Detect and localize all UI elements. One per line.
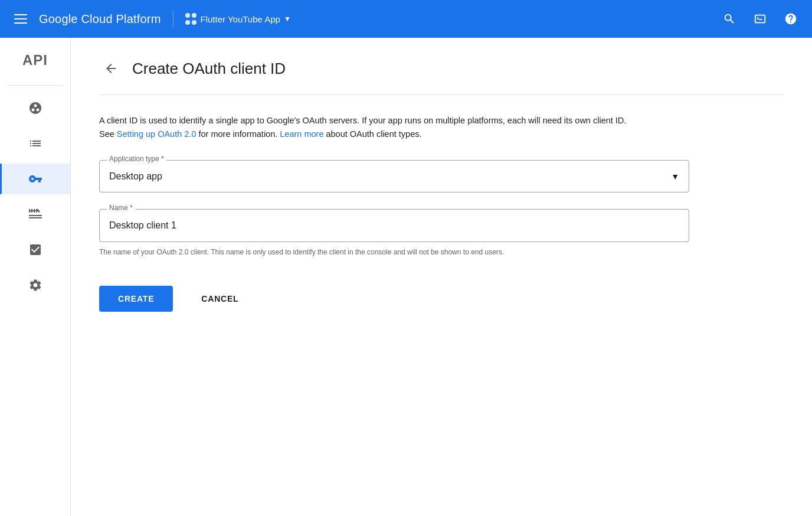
name-container: Name * xyxy=(99,209,689,242)
brand-name: Google Cloud Platform xyxy=(39,12,161,26)
sidebar-item-dashboard[interactable] xyxy=(0,128,70,159)
description-text-2: for more information. xyxy=(196,129,280,139)
name-hint: The name of your OAuth 2.0 client. This … xyxy=(99,247,689,257)
app-type-field: Application type * Web applicationAndroi… xyxy=(99,160,689,192)
sidebar-item-explorer[interactable] xyxy=(0,199,70,230)
learn-more-link[interactable]: Learn more xyxy=(280,129,323,139)
project-selector[interactable]: Flutter YouTube App ▼ xyxy=(185,13,291,25)
header-divider xyxy=(173,11,173,27)
app-type-container: Application type * Web applicationAndroi… xyxy=(99,160,689,192)
help-button[interactable] xyxy=(779,7,803,31)
oauth-setup-link[interactable]: Setting up OAuth 2.0 xyxy=(117,129,197,139)
page-title: Create OAuth client ID xyxy=(132,60,286,78)
app-type-label: Application type * xyxy=(107,155,166,163)
app-type-select[interactable]: Web applicationAndroidChrome AppiOSTVs a… xyxy=(100,161,689,192)
sidebar-divider xyxy=(7,85,63,86)
name-field: Name * The name of your OAuth 2.0 client… xyxy=(99,209,689,257)
back-button[interactable] xyxy=(99,57,123,80)
main-content: Create OAuth client ID A client ID is us… xyxy=(71,38,812,516)
search-button[interactable] xyxy=(718,7,741,31)
page-description: A client ID is used to identify a single… xyxy=(99,114,630,141)
header: Google Cloud Platform Flutter YouTube Ap… xyxy=(0,0,812,38)
page-header: Create OAuth client ID xyxy=(99,57,784,95)
form-actions: CREATE CANCEL xyxy=(99,286,689,312)
cloud-shell-button[interactable] xyxy=(748,7,772,31)
chevron-down-icon: ▼ xyxy=(284,15,291,23)
project-name: Flutter YouTube App xyxy=(201,14,280,24)
sidebar-item-overview[interactable] xyxy=(0,93,70,123)
create-button[interactable]: CREATE xyxy=(99,286,173,312)
project-icon xyxy=(185,13,197,25)
sidebar: API xyxy=(0,38,71,516)
description-text-3: about OAuth client types. xyxy=(323,129,421,139)
name-input[interactable] xyxy=(100,210,689,241)
api-label: API xyxy=(22,47,48,78)
sidebar-item-tasks[interactable] xyxy=(0,234,70,265)
sidebar-item-credentials[interactable] xyxy=(0,164,70,194)
name-label: Name * xyxy=(107,204,135,212)
menu-icon[interactable] xyxy=(9,9,32,28)
oauth-form: Application type * Web applicationAndroi… xyxy=(99,160,689,312)
app-layout: API Create OAuth client ID xyxy=(0,38,812,516)
sidebar-item-settings[interactable] xyxy=(0,270,70,301)
cancel-button[interactable]: CANCEL xyxy=(187,286,253,312)
